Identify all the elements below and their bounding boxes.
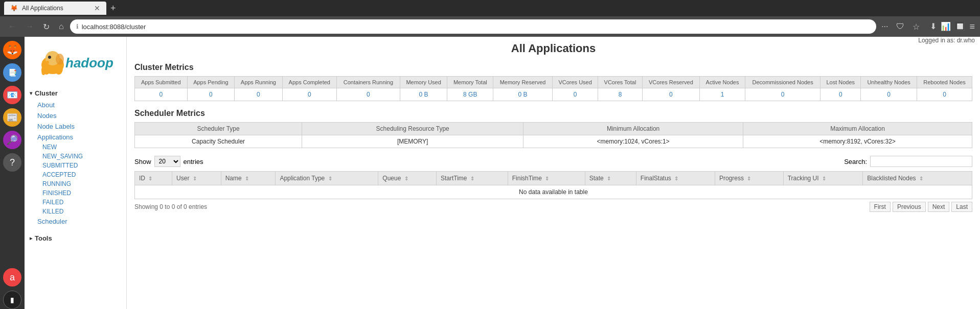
val-decommissioned-nodes[interactable]: 0 bbox=[745, 88, 821, 101]
cluster-metrics-title: Cluster Metrics bbox=[134, 63, 972, 72]
col-blacklisted-nodes[interactable]: Blacklisted Nodes ⇕ bbox=[863, 172, 972, 185]
sidebar-sublink-accepted[interactable]: ACCEPTED bbox=[25, 170, 126, 179]
sort-finalstatus-icon: ⇕ bbox=[674, 176, 678, 181]
menu-button[interactable]: ≡ bbox=[969, 21, 975, 32]
sidebar-sublink-newsaving[interactable]: NEW_SAVING bbox=[25, 152, 126, 161]
reload-button[interactable]: ↻ bbox=[40, 20, 53, 34]
col-starttime[interactable]: StartTime ⇕ bbox=[436, 172, 508, 185]
browser-left-sidebar: 🦊 📑 📧 📰 🔎 ? a ▮ bbox=[0, 37, 25, 309]
previous-button[interactable]: Previous bbox=[893, 202, 926, 212]
sidebar-link-about[interactable]: About bbox=[25, 100, 126, 110]
sidebar-link-nodelabels[interactable]: Node Labels bbox=[25, 121, 126, 132]
val-rebooted-nodes[interactable]: 0 bbox=[917, 88, 972, 101]
entries-select[interactable]: 10 20 25 50 100 bbox=[154, 156, 180, 167]
address-bar[interactable]: ℹ localhost:8088/cluster bbox=[70, 19, 876, 34]
logged-in-label: Logged in as: dr.who bbox=[918, 37, 975, 44]
sidebar-link-applications[interactable]: Applications bbox=[25, 132, 126, 142]
col-rebooted-nodes: Rebooted Nodes bbox=[917, 77, 972, 88]
sidebar-sublink-finished[interactable]: FINISHED bbox=[25, 188, 126, 198]
sched-col-max-alloc: Maximum Allocation bbox=[743, 123, 972, 135]
overflow-menu-button[interactable]: ··· bbox=[879, 21, 890, 32]
firefox-icon[interactable]: 🦊 bbox=[3, 41, 21, 59]
col-containers-running: Containers Running bbox=[337, 77, 400, 88]
bookmark-button[interactable]: ☆ bbox=[910, 21, 922, 33]
scheduler-metrics-table: Scheduler Type Scheduling Resource Type … bbox=[134, 122, 972, 148]
browser-tab[interactable]: 🦊 All Applications ✕ bbox=[4, 2, 106, 15]
table-controls: Show 10 20 25 50 100 entries Search: bbox=[134, 156, 972, 167]
val-apps-pending: 0 bbox=[187, 88, 235, 101]
restore-button[interactable]: 🔲 bbox=[955, 21, 965, 32]
sort-finishtime-icon: ⇕ bbox=[545, 176, 549, 181]
download-button[interactable]: ⬇ bbox=[930, 21, 937, 32]
col-application-type[interactable]: Application Type ⇕ bbox=[276, 172, 378, 185]
cluster-metrics-table: Apps Submitted Apps Pending Apps Running… bbox=[134, 76, 972, 101]
sort-id-icon: ⇕ bbox=[148, 176, 152, 181]
val-unhealthy-nodes[interactable]: 0 bbox=[861, 88, 917, 101]
new-tab-button[interactable]: + bbox=[110, 3, 116, 14]
dark-icon[interactable]: ? bbox=[3, 153, 21, 172]
col-queue[interactable]: Queue ⇕ bbox=[378, 172, 437, 185]
table-footer: Showing 0 to 0 of 0 entries First Previo… bbox=[134, 202, 972, 212]
svg-point-4 bbox=[48, 56, 51, 59]
home-button[interactable]: ⌂ bbox=[56, 20, 67, 33]
val-memory-used: 0 B bbox=[400, 88, 447, 101]
sidebar-tools-header[interactable]: Tools bbox=[25, 232, 126, 245]
val-vcores-used: 0 bbox=[552, 88, 598, 101]
last-button[interactable]: Last bbox=[951, 202, 972, 212]
col-finalstatus[interactable]: FinalStatus ⇕ bbox=[636, 172, 715, 185]
first-button[interactable]: First bbox=[870, 202, 891, 212]
sort-progress-icon: ⇕ bbox=[747, 176, 751, 181]
sidebar-sublink-new[interactable]: NEW bbox=[25, 142, 126, 152]
reader-view-button[interactable]: 🛡 bbox=[894, 21, 906, 32]
col-lost-nodes: Lost Nodes bbox=[821, 77, 861, 88]
sidebar-cluster-header[interactable]: Cluster bbox=[25, 87, 126, 100]
sidebar-cluster-section: Cluster About Nodes Node Labels Applicat… bbox=[25, 87, 126, 227]
sort-name-icon: ⇕ bbox=[245, 176, 249, 181]
val-apps-submitted: 0 bbox=[135, 88, 188, 101]
tab-title: All Applications bbox=[22, 5, 90, 12]
col-finishtime[interactable]: FinishTime ⇕ bbox=[508, 172, 585, 185]
sidebar: hadoop Cluster About Nodes Node Labels A… bbox=[25, 37, 127, 309]
val-containers-running: 0 bbox=[337, 88, 400, 101]
search-input[interactable] bbox=[870, 156, 972, 167]
back-button[interactable]: ← bbox=[5, 20, 19, 33]
terminal-icon[interactable]: ▮ bbox=[3, 291, 21, 309]
col-id[interactable]: ID ⇕ bbox=[135, 172, 172, 185]
col-name[interactable]: Name ⇕ bbox=[221, 172, 276, 185]
sched-col-resource-type: Scheduling Resource Type bbox=[302, 123, 523, 135]
sidebar-link-nodes[interactable]: Nodes bbox=[25, 110, 126, 121]
show-label: Show bbox=[134, 158, 151, 165]
col-user[interactable]: User ⇕ bbox=[172, 172, 221, 185]
val-active-nodes[interactable]: 1 bbox=[700, 88, 745, 101]
applications-data-table: ID ⇕ User ⇕ Name ⇕ Application Type ⇕ Qu… bbox=[134, 171, 972, 199]
tab-close-button[interactable]: ✕ bbox=[94, 5, 100, 12]
search-bar: Search: bbox=[844, 156, 972, 167]
col-progress[interactable]: Progress ⇕ bbox=[715, 172, 783, 185]
val-vcores-total: 8 bbox=[598, 88, 642, 101]
col-active-nodes: Active Nodes bbox=[700, 77, 745, 88]
bookmark-icon[interactable]: 📑 bbox=[3, 63, 21, 82]
svg-text:hadoop: hadoop bbox=[65, 55, 113, 70]
pagination-buttons: First Previous Next Last bbox=[870, 202, 972, 212]
col-state[interactable]: State ⇕ bbox=[585, 172, 636, 185]
col-memory-total: Memory Total bbox=[447, 77, 493, 88]
sidebar-link-scheduler[interactable]: Scheduler bbox=[25, 216, 126, 227]
tab-favicon: 🦊 bbox=[10, 5, 18, 12]
purple-icon[interactable]: 🔎 bbox=[3, 131, 21, 149]
sidebar-sublink-submitted[interactable]: SUBMITTED bbox=[25, 161, 126, 170]
col-tracking-ui[interactable]: Tracking UI ⇕ bbox=[783, 172, 863, 185]
sidebar-sublink-failed[interactable]: FAILED bbox=[25, 198, 126, 207]
forward-button[interactable]: → bbox=[22, 20, 37, 33]
synced-tabs-button[interactable]: 📊 bbox=[941, 21, 951, 32]
orange-icon[interactable]: 📰 bbox=[3, 108, 21, 127]
sched-val-min-alloc: <memory:1024, vCores:1> bbox=[523, 135, 743, 148]
sidebar-sublink-killed[interactable]: KILLED bbox=[25, 207, 126, 216]
sched-col-type: Scheduler Type bbox=[135, 123, 302, 135]
next-button[interactable]: Next bbox=[928, 202, 950, 212]
sort-queue-icon: ⇕ bbox=[404, 176, 408, 181]
val-lost-nodes[interactable]: 0 bbox=[821, 88, 861, 101]
sidebar-sublink-running[interactable]: RUNNING bbox=[25, 179, 126, 188]
no-data-cell: No data available in table bbox=[135, 185, 972, 199]
red-icon[interactable]: 📧 bbox=[3, 86, 21, 104]
amazon-icon[interactable]: a bbox=[3, 268, 21, 287]
